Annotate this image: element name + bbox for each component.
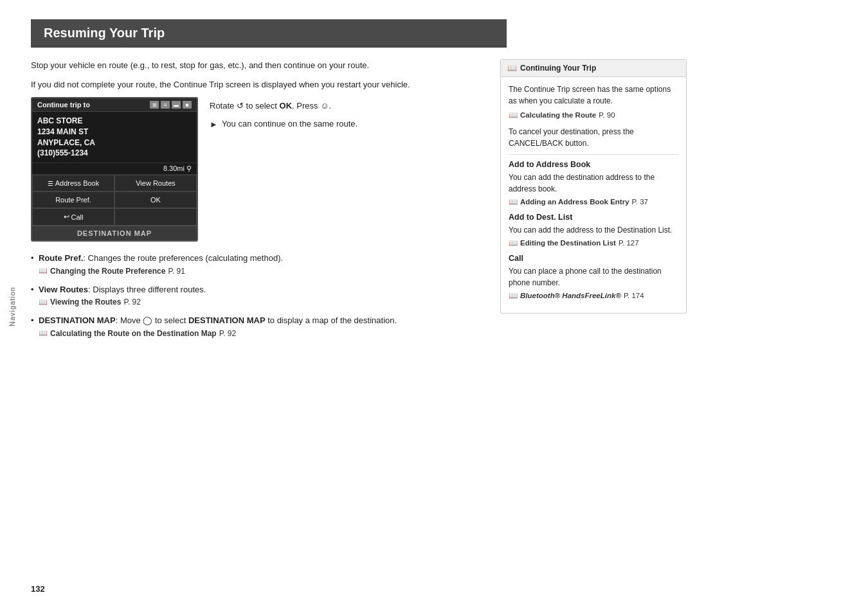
screen-dest-map[interactable]: DESTINATION MAP <box>32 226 197 240</box>
bullet-item-dest-map: DESTINATION MAP: Move ◯ to select DESTIN… <box>31 314 481 339</box>
address-line3: ANYPLACE, CA <box>37 138 192 148</box>
screen-icon-person: ☻ <box>183 101 192 109</box>
cross-ref-view-routes: 📖 Viewing the Routes P. 92 <box>39 296 481 308</box>
screen-btn-call[interactable]: ↩ Call <box>32 208 114 226</box>
bullet-main-route-pref: Route Pref.: Changes the route preferenc… <box>39 252 481 265</box>
sidebar-cross-ref-label-1: Calculating the Route <box>520 111 596 119</box>
sidebar-section-text-3: You can add the address to the Destinati… <box>509 224 678 236</box>
sidebar-cross-ref-page-3: P. 127 <box>619 239 639 247</box>
cross-ref-icon-2: 📖 <box>39 297 48 308</box>
screen-buttons: ☰ Address Book View Routes Route Pref. O… <box>32 175 197 240</box>
cross-ref-page-1: P. 91 <box>168 265 185 277</box>
sidebar-para-cancel: To cancel your destination, press the CA… <box>509 126 678 149</box>
cross-ref-label-1: Changing the Route Preference <box>50 265 165 277</box>
screen-header: Continue trip to ⊞ ≡ ▬ ☻ <box>32 98 197 112</box>
screen-btn-address-book[interactable]: ☰ Address Book <box>32 175 114 191</box>
sidebar-cross-ref-icon-2: 📖 <box>509 197 518 206</box>
screen-icon-list: ≡ <box>161 101 170 109</box>
cross-ref-label-3: Calculating the Route on the Destination… <box>50 328 217 339</box>
sidebar-section-text-2: You can add the destination address to t… <box>509 172 678 195</box>
intro-text-1: Stop your vehicle en route (e.g., to res… <box>31 59 481 72</box>
right-sidebar: 📖 Continuing Your Trip The Continue Trip… <box>500 59 687 314</box>
nav-screen: Continue trip to ⊞ ≡ ▬ ☻ ABC STORE 1234 … <box>31 97 198 242</box>
address-line2: 1234 MAIN ST <box>37 127 192 138</box>
sidebar-cross-ref-page-2: P. 37 <box>632 198 648 206</box>
screen-btn-empty <box>114 208 197 226</box>
bullet-item-route-pref: Route Pref.: Changes the route preferenc… <box>31 252 481 277</box>
sidebar-cross-ref-label-2: Adding an Address Book Entry <box>520 198 629 206</box>
arrow-bullet: ► <box>210 118 218 131</box>
sidebar-section-title-2: Add to Address Book <box>509 160 678 169</box>
screen-icon-grid: ⊞ <box>150 101 159 109</box>
rotate-instruction: Rotate ↺ to select OK. Press ☺. <box>210 100 481 112</box>
sidebar-cross-ref-page-4: P. 174 <box>624 292 644 299</box>
bullet-main-dest-map: DESTINATION MAP: Move ◯ to select DESTIN… <box>39 314 481 327</box>
sidebar-header-text: Continuing Your Trip <box>520 64 596 73</box>
sidebar-header: 📖 Continuing Your Trip <box>501 60 686 77</box>
continue-instruction: ► You can continue on the same route. <box>210 118 481 131</box>
sidebar-cross-ref-icon-4: 📖 <box>509 291 518 300</box>
cross-ref-page-2: P. 92 <box>123 296 140 308</box>
title-divider <box>31 47 507 48</box>
sidebar-section-title-4: Call <box>509 254 678 263</box>
cross-ref-route-pref: 📖 Changing the Route Preference P. 91 <box>39 265 481 277</box>
sidebar-cross-ref-2: 📖 Adding an Address Book Entry P. 37 <box>509 197 678 206</box>
screen-address: ABC STORE 1234 MAIN ST ANYPLACE, CA (310… <box>32 112 197 163</box>
sidebar-content: The Continue Trip screen has the same op… <box>501 77 686 313</box>
cross-ref-label-2: Viewing the Routes <box>50 296 121 308</box>
instructions-area: Rotate ↺ to select OK. Press ☺. ► You ca… <box>210 97 481 130</box>
bullet-item-view-routes: View Routes: Displays three different ro… <box>31 283 481 308</box>
screen-btn-route-pref[interactable]: Route Pref. <box>32 191 114 208</box>
page-number: 132 <box>31 584 45 594</box>
screen-distance: 8.30mi ⚲ <box>32 163 197 175</box>
screen-icon-bar: ▬ <box>172 101 181 109</box>
intro-text-2: If you did not complete your route, the … <box>31 78 481 91</box>
left-section: Stop your vehicle en route (e.g., to res… <box>31 59 494 346</box>
sidebar-cross-ref-page-1: P. 90 <box>599 111 615 119</box>
cross-ref-page-3: P. 92 <box>219 328 236 339</box>
sidebar-navigation-label: Navigation <box>8 287 16 326</box>
screen-header-title: Continue trip to <box>37 101 90 109</box>
sidebar-cross-ref-1: 📖 Calculating the Route P. 90 <box>509 111 678 120</box>
sidebar-para-1: The Continue Trip screen has the same op… <box>509 84 678 107</box>
sidebar-cross-ref-3: 📖 Editing the Destination List P. 127 <box>509 238 678 247</box>
sidebar-cross-ref-icon-3: 📖 <box>509 238 518 247</box>
address-line1: ABC STORE <box>37 116 192 127</box>
bullet-main-view-routes: View Routes: Displays three different ro… <box>39 283 481 296</box>
cross-ref-icon-1: 📖 <box>39 265 48 276</box>
screen-btn-view-routes[interactable]: View Routes <box>114 175 197 191</box>
sidebar-cross-ref-label-3: Editing the Destination List <box>520 239 616 247</box>
cross-ref-dest-map: 📖 Calculating the Route on the Destinati… <box>39 328 481 339</box>
bullet-list: Route Pref.: Changes the route preferenc… <box>31 252 481 339</box>
sidebar-cross-ref-icon-1: 📖 <box>509 111 518 120</box>
sidebar-divider-1 <box>509 154 678 155</box>
screen-area: Continue trip to ⊞ ≡ ▬ ☻ ABC STORE 1234 … <box>31 97 481 242</box>
continue-text: You can continue on the same route. <box>222 118 357 130</box>
sidebar-header-icon: 📖 <box>507 64 517 73</box>
screen-header-icons: ⊞ ≡ ▬ ☻ <box>150 101 192 109</box>
cross-ref-icon-3: 📖 <box>39 328 48 339</box>
address-line4: (310)555-1234 <box>37 148 192 159</box>
sidebar-section-title-3: Add to Dest. List <box>509 213 678 222</box>
sidebar-cross-ref-label-4: Bluetooth® HandsFreeLink® <box>520 292 621 299</box>
sidebar-section-text-4: You can place a phone call to the destin… <box>509 265 678 289</box>
sidebar-cross-ref-4: 📖 Bluetooth® HandsFreeLink® P. 174 <box>509 291 678 300</box>
screen-btn-ok[interactable]: OK <box>114 191 197 208</box>
page-title: Resuming Your Trip <box>31 19 507 47</box>
